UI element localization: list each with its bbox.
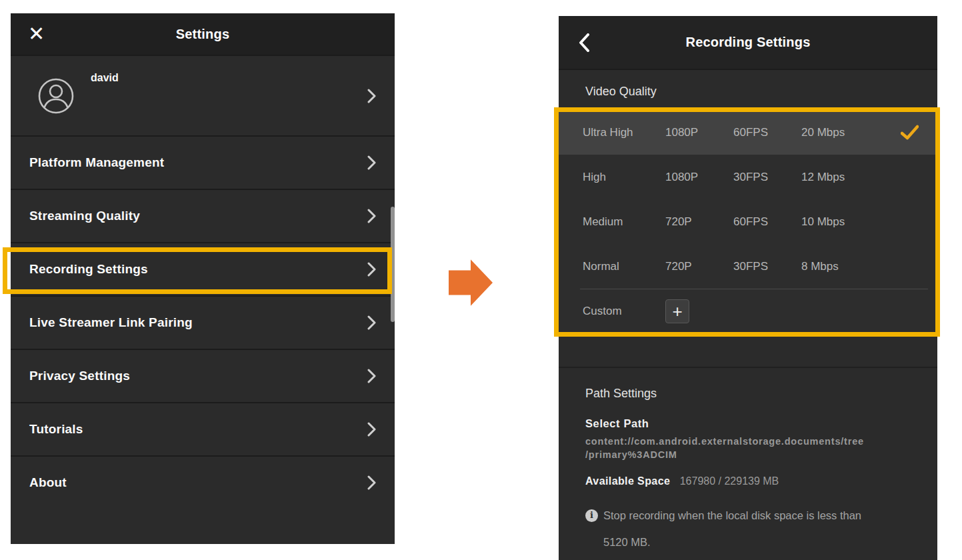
chevron-right-icon [367, 315, 376, 330]
quality-fps: 30FPS [733, 260, 801, 273]
settings-title: Settings [176, 27, 230, 42]
video-quality-table: Ultra High 1080P 60FPS 20 Mbps High 1080… [559, 110, 937, 333]
storage-path-value: content://com.android.externalstorage.do… [585, 435, 925, 461]
quality-name: Normal [583, 260, 665, 273]
quality-row-custom[interactable]: Custom + [559, 289, 937, 333]
quality-resolution: 720P [665, 260, 733, 273]
close-icon[interactable]: ✕ [28, 24, 45, 44]
chevron-right-icon [367, 262, 376, 277]
quality-bitrate: 12 Mbps [801, 171, 888, 184]
menu-item-recording-settings[interactable]: Recording Settings [11, 242, 395, 295]
menu-item-tutorials[interactable]: Tutorials [11, 402, 395, 455]
storage-path-line2: /primary%3ADCIM [585, 449, 677, 460]
menu-item-label: About [29, 475, 67, 490]
menu-item-label: Tutorials [29, 422, 83, 437]
menu-item-label: Recording Settings [29, 262, 148, 277]
quality-resolution: 1080P [665, 171, 733, 184]
menu-item-privacy-settings[interactable]: Privacy Settings [11, 349, 395, 402]
available-space-label: Available Space [585, 475, 670, 487]
quality-resolution: 1080P [665, 126, 733, 139]
chevron-right-icon [367, 422, 376, 437]
section-divider [559, 367, 937, 368]
select-path-button[interactable]: Select Path [585, 417, 649, 430]
path-settings-section-label: Path Settings [585, 387, 657, 401]
selected-check-icon [901, 125, 919, 140]
recording-settings-header: Recording Settings [559, 16, 937, 70]
profile-row[interactable]: david [11, 55, 395, 135]
chevron-right-icon [367, 369, 376, 383]
quality-resolution: 720P [665, 215, 733, 229]
video-quality-section-label: Video Quality [585, 85, 657, 99]
scrollbar[interactable] [391, 207, 395, 322]
add-custom-quality-button[interactable]: + [665, 299, 689, 323]
quality-row-ultra-high[interactable]: Ultra High 1080P 60FPS 20 Mbps [559, 110, 937, 155]
menu-item-label: Streaming Quality [29, 209, 140, 223]
available-space-row: Available Space 167980 / 229139 MB [585, 473, 779, 489]
storage-path-line1: content://com.android.externalstorage.do… [585, 436, 864, 447]
disk-space-warning: i Stop recording when the local disk spa… [585, 507, 861, 523]
quality-bitrate: 8 Mbps [801, 260, 888, 273]
quality-row-medium[interactable]: Medium 720P 60FPS 10 Mbps [559, 199, 937, 244]
back-icon[interactable] [579, 33, 589, 52]
menu-item-live-streamer-link-pairing[interactable]: Live Streamer Link Pairing [11, 295, 395, 349]
disk-space-warning-text: Stop recording when the local disk space… [603, 507, 861, 523]
avatar-icon [37, 77, 75, 115]
chevron-right-icon [367, 89, 376, 103]
menu-item-label: Privacy Settings [29, 369, 130, 383]
menu-item-platform-management[interactable]: Platform Management [11, 135, 395, 189]
quality-name: Custom [583, 305, 665, 318]
quality-fps: 30FPS [733, 171, 801, 184]
chevron-right-icon [367, 475, 376, 490]
chevron-right-icon [367, 209, 376, 223]
quality-bitrate: 10 Mbps [801, 215, 888, 229]
info-icon: i [585, 509, 598, 522]
menu-item-label: Live Streamer Link Pairing [29, 315, 193, 330]
screenshot-canvas: ✕ Settings david Platform Management Str… [0, 0, 962, 560]
chevron-right-icon [367, 155, 376, 170]
quality-row-high[interactable]: High 1080P 30FPS 12 Mbps [559, 155, 937, 199]
menu-item-streaming-quality[interactable]: Streaming Quality [11, 189, 395, 242]
quality-fps: 60FPS [733, 126, 801, 139]
quality-bitrate: 20 Mbps [801, 126, 888, 139]
quality-name: Medium [583, 215, 665, 229]
quality-name: High [583, 171, 665, 184]
settings-menu: Platform Management Streaming Quality Re… [11, 135, 395, 509]
available-space-value: 167980 / 229139 MB [680, 475, 779, 487]
menu-item-about[interactable]: About [11, 455, 395, 509]
settings-screen: ✕ Settings david Platform Management Str… [11, 13, 395, 544]
quality-row-normal[interactable]: Normal 720P 30FPS 8 Mbps [559, 244, 937, 289]
disk-space-warning-text2: 5120 MB. [603, 534, 651, 550]
profile-name: david [91, 72, 119, 84]
quality-fps: 60FPS [733, 215, 801, 229]
quality-name: Ultra High [583, 126, 665, 139]
transition-arrow-icon [449, 258, 493, 307]
recording-settings-title: Recording Settings [686, 35, 811, 50]
menu-item-label: Platform Management [29, 155, 164, 170]
recording-settings-screen: Recording Settings Video Quality Ultra H… [559, 16, 937, 560]
settings-header: ✕ Settings [11, 13, 395, 55]
